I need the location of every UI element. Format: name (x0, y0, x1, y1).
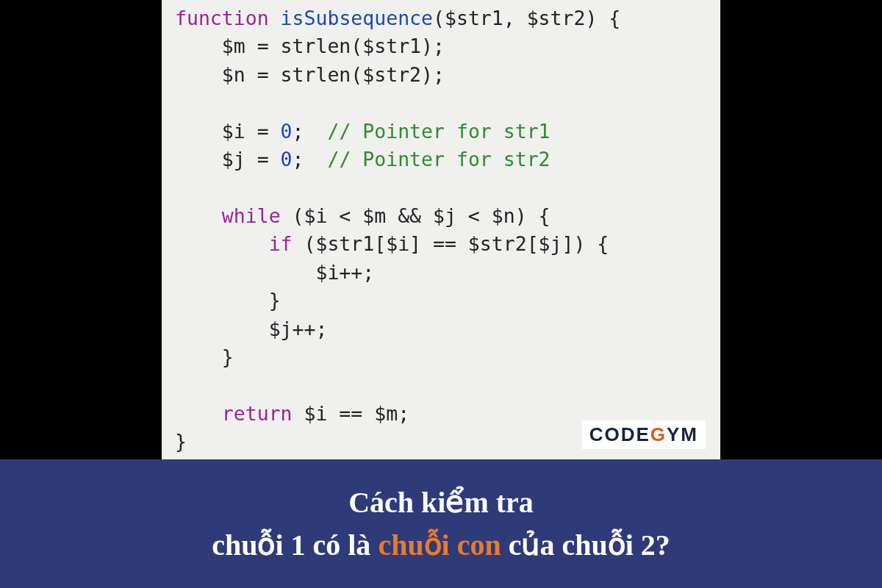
code-line: $i == $m; (293, 402, 410, 425)
logo-text-pre: CODE (589, 423, 650, 445)
caption-line-1: Cách kiểm tra (348, 481, 534, 524)
caption-bar: Cách kiểm tra chuỗi 1 có là chuỗi con củ… (0, 459, 882, 588)
kw-function: function (175, 7, 269, 29)
code-line: ; (293, 120, 328, 143)
kw-if: if (175, 232, 293, 255)
num-literal: 0 (281, 120, 293, 143)
code-area: function isSubsequence($str1, $str2) { $… (0, 0, 882, 459)
fn-name: isSubsequence (281, 7, 433, 29)
code-line: $i++; (175, 261, 374, 284)
logo-text-post: YM (667, 423, 698, 445)
comment: // Pointer for str2 (327, 148, 550, 171)
code-snippet: function isSubsequence($str1, $str2) { $… (175, 4, 707, 456)
caption-part: chuỗi 1 có là (212, 528, 378, 562)
code-line: ($str1[$i] == $str2[$j]) { (293, 232, 609, 255)
code-line: } (175, 289, 281, 312)
caption-part: của chuỗi 2? (501, 528, 670, 562)
code-line: $i = (175, 120, 281, 143)
code-line: $n = strlen($str2); (175, 63, 445, 86)
code-line: $m = strlen($str1); (175, 35, 445, 57)
code-line: $j++; (175, 318, 327, 340)
logo-accent-g: G (650, 423, 667, 446)
tutorial-card: function isSubsequence($str1, $str2) { $… (0, 0, 882, 588)
code-line: ($i < $m && $j < $n) { (281, 204, 551, 227)
comment: // Pointer for str1 (327, 120, 550, 143)
caption-highlight: chuỗi con (378, 528, 501, 562)
code-box: function isSubsequence($str1, $str2) { $… (162, 0, 720, 459)
brand-logo: CODEGYM (582, 420, 706, 449)
kw-while: while (175, 204, 281, 227)
code-line: ; (293, 148, 328, 171)
caption-line-2: chuỗi 1 có là chuỗi con của chuỗi 2? (212, 524, 670, 567)
code-line: } (175, 430, 187, 453)
kw-return: return (175, 402, 293, 425)
num-literal: 0 (281, 148, 293, 171)
code-line: $j = (175, 148, 281, 171)
code-line: } (175, 345, 234, 368)
fn-args: ($str1, $str2) { (433, 7, 620, 29)
